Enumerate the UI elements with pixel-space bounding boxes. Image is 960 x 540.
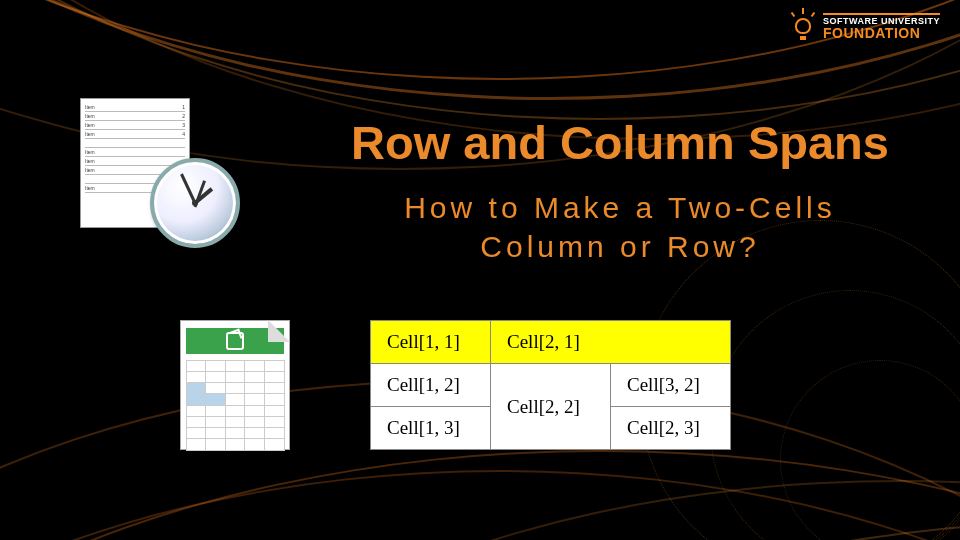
table-cell-colspan: Cell[2, 1] xyxy=(491,321,731,364)
table-cell: Cell[2, 3] xyxy=(611,407,731,450)
table-cell: Cell[1, 3] xyxy=(371,407,491,450)
table-cell: Cell[3, 2] xyxy=(611,364,731,407)
subtitle-line2: Column or Row? xyxy=(480,230,759,263)
slide-subtitle: How to Make a Two-Cells Column or Row? xyxy=(300,188,940,266)
spreadsheet-grid-icon xyxy=(186,360,284,450)
background-decoration xyxy=(0,0,960,540)
span-example-table: Cell[1, 1] Cell[2, 1] Cell[1, 2] Cell[2,… xyxy=(370,320,731,450)
table-cell: Cell[1, 2] xyxy=(371,364,491,407)
table-cell-rowspan: Cell[2, 2] xyxy=(491,364,611,450)
table-cell: Cell[1, 1] xyxy=(371,321,491,364)
foundation-logo: SOFTWARE UNIVERSITY FOUNDATION xyxy=(789,12,940,40)
slide-title: Row and Column Spans xyxy=(300,115,940,170)
subtitle-line1: How to Make a Two-Cells xyxy=(404,191,836,224)
clock-icon xyxy=(150,158,240,248)
lightbulb-icon xyxy=(789,12,817,40)
logo-text-line2: FOUNDATION xyxy=(823,26,940,40)
schedule-clock-illustration: Item1 Item2 Item3 Item4 Item Item Item I… xyxy=(80,98,250,248)
spreadsheet-illustration xyxy=(170,320,300,460)
